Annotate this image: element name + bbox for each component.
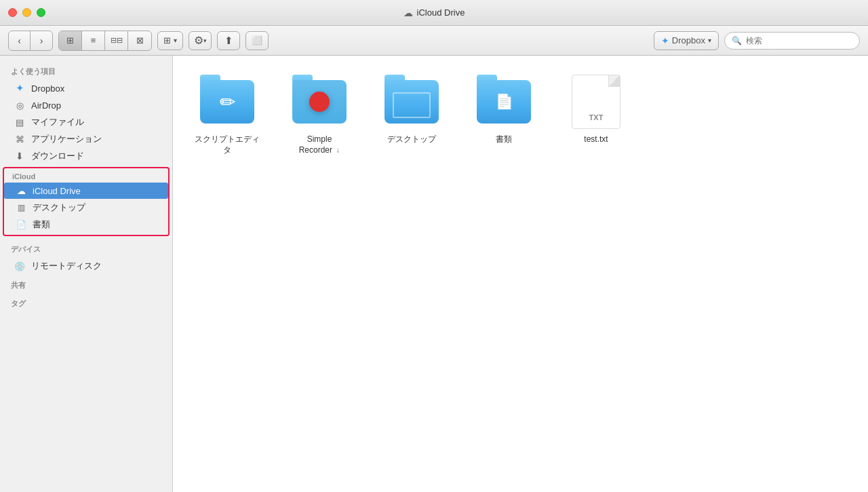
tag-button[interactable]: ⬜: [245, 31, 269, 50]
view-icon-icon: ⊞: [66, 35, 74, 45]
file-item-script-editor[interactable]: ✏ スクリプトエディタ: [186, 69, 268, 161]
downloads-icon: ⬇: [14, 150, 26, 162]
sidebar-label-dropbox: Dropbox: [31, 83, 64, 94]
sidebar-item-downloads[interactable]: ⬇ ダウンロード: [3, 148, 170, 164]
remote-disk-icon: 💿: [14, 260, 26, 272]
folder-icon-script: ✏: [200, 75, 254, 118]
sidebar-label-apps: アプリケーション: [31, 133, 102, 145]
sidebar-label-remote-disk: リモートディスク: [31, 260, 102, 272]
back-button[interactable]: ‹: [9, 31, 31, 50]
download-badge: ↓: [336, 145, 340, 155]
simple-recorder-icon: [292, 75, 347, 129]
search-box[interactable]: 🔍: [724, 32, 860, 50]
view-list-icon: ≡: [91, 35, 96, 45]
dropbox-toolbar-icon: ✦: [661, 35, 669, 46]
sidebar-label-desktop: デスクトップ: [33, 202, 85, 214]
gear-icon: ⚙: [194, 34, 203, 47]
gear-dropdown-arrow: ▾: [203, 37, 207, 44]
dropbox-arrow: ▾: [708, 37, 711, 44]
apps-icon: ⌘: [14, 133, 26, 145]
view-icon-button[interactable]: ⊞: [59, 31, 82, 50]
file-item-simple-recorder[interactable]: Simple Recorder ↓: [279, 69, 360, 161]
title-bar: ☁ iCloud Drive: [0, 0, 868, 26]
content-area: ✏ スクリプトエディタ Simple Recor: [173, 56, 868, 492]
file-name-test-txt: test.txt: [584, 134, 608, 145]
shared-section-title: 共有: [0, 275, 172, 293]
desktop-icon: ▥: [15, 202, 27, 214]
sidebar-item-remote-disk[interactable]: 💿 リモートディスク: [3, 258, 170, 274]
view-column-icon: ⊟⊟: [111, 36, 123, 45]
favorites-section-title: よく使う項目: [0, 61, 172, 79]
icloud-drive-icon: ☁: [15, 185, 27, 197]
file-item-test-txt[interactable]: TXT test.txt: [555, 69, 637, 161]
grid-icon: ⊞: [163, 35, 171, 45]
file-name-simple-recorder: Simple Recorder ↓: [299, 134, 340, 155]
forward-icon: ›: [40, 35, 43, 46]
sidebar-item-airdrop[interactable]: ◎ AirDrop: [3, 97, 170, 113]
action-button[interactable]: ⚙ ▾: [189, 31, 212, 50]
sidebar-item-documents[interactable]: 📄 書類: [4, 216, 168, 233]
view-column-button[interactable]: ⊟⊟: [105, 31, 128, 50]
search-input[interactable]: [746, 36, 852, 45]
sidebar: よく使う項目 ✦ Dropbox ◎ AirDrop ▤ マイファイル ⌘ アプ…: [0, 56, 173, 492]
main-area: よく使う項目 ✦ Dropbox ◎ AirDrop ▤ マイファイル ⌘ アプ…: [0, 56, 868, 492]
view-cover-icon: ⊠: [136, 35, 144, 45]
sidebar-label-airdrop: AirDrop: [31, 100, 61, 111]
file-grid: ✏ スクリプトエディタ Simple Recor: [186, 69, 854, 161]
sidebar-label-icloud-drive: iCloud Drive: [33, 186, 81, 196]
folder-icon-documents: 📄: [477, 75, 531, 118]
sidebar-label-myfiles: マイファイル: [31, 116, 84, 128]
devices-section-title: デバイス: [0, 239, 172, 257]
folder-icon-recorder: [292, 75, 347, 118]
grid-dropdown-button[interactable]: ⊞ ▾: [157, 31, 183, 50]
file-name-desktop: デスクトップ: [387, 134, 436, 145]
maximize-button[interactable]: [37, 8, 45, 17]
icloud-section: iCloud ☁ iCloud Drive ▥ デスクトップ 📄 書類: [3, 167, 170, 236]
forward-button[interactable]: ›: [31, 31, 52, 50]
view-cover-button[interactable]: ⊠: [128, 31, 151, 50]
desktop-folder-icon: [384, 75, 439, 129]
documents-icon: 📄: [15, 219, 27, 231]
folder-icon-desktop: [384, 75, 439, 118]
window-title: ☁ iCloud Drive: [403, 7, 465, 18]
dropbox-toolbar-button[interactable]: ✦ Dropbox ▾: [654, 31, 719, 50]
dropdown-arrow: ▾: [174, 37, 177, 44]
txt-label: TXT: [589, 113, 604, 121]
sidebar-item-dropbox[interactable]: ✦ Dropbox: [3, 80, 170, 96]
share-icon: ⬆: [224, 35, 233, 47]
icloud-title-icon: ☁: [403, 7, 413, 18]
view-group: ⊞ ≡ ⊟⊟ ⊠: [58, 31, 152, 51]
myfiles-icon: ▤: [14, 116, 26, 128]
script-editor-icon: ✏: [200, 75, 254, 129]
sidebar-label-documents: 書類: [33, 219, 50, 231]
sidebar-item-apps[interactable]: ⌘ アプリケーション: [3, 131, 170, 147]
window-controls: [8, 8, 45, 17]
search-icon: 🔍: [732, 36, 742, 45]
file-name-script-editor: スクリプトエディタ: [192, 134, 262, 155]
file-item-desktop[interactable]: デスクトップ: [371, 69, 452, 161]
close-button[interactable]: [8, 8, 17, 17]
sidebar-item-icloud-drive[interactable]: ☁ iCloud Drive: [4, 183, 168, 199]
file-item-documents[interactable]: 📄 書類: [463, 69, 545, 161]
view-list-button[interactable]: ≡: [82, 31, 105, 50]
txt-file-icon: TXT: [569, 75, 623, 129]
txt-file-graphic: TXT: [572, 75, 620, 129]
tag-icon: ⬜: [252, 35, 262, 45]
sidebar-item-myfiles[interactable]: ▤ マイファイル: [3, 114, 170, 130]
nav-group: ‹ ›: [8, 31, 53, 51]
file-name-documents: 書類: [496, 134, 512, 145]
airdrop-icon: ◎: [14, 99, 26, 111]
back-icon: ‹: [18, 35, 21, 46]
sidebar-label-downloads: ダウンロード: [31, 150, 84, 162]
toolbar: ‹ › ⊞ ≡ ⊟⊟ ⊠ ⊞ ▾ ⚙ ▾ ⬆ ⬜ ✦ Dropbox: [0, 26, 868, 56]
share-button[interactable]: ⬆: [217, 31, 240, 50]
tags-section-title: タグ: [0, 293, 172, 311]
dropbox-icon: ✦: [14, 82, 26, 94]
minimize-button[interactable]: [22, 8, 31, 17]
sidebar-item-desktop[interactable]: ▥ デスクトップ: [4, 200, 168, 216]
icloud-section-title: iCloud: [4, 170, 168, 182]
documents-folder-icon: 📄: [477, 75, 531, 129]
